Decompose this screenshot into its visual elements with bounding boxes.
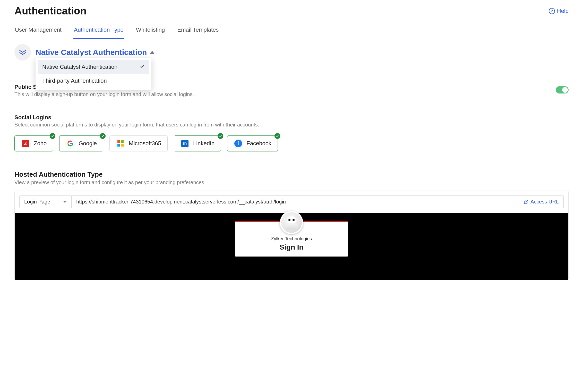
social-providers: Z Zoho Google Mi [14,135,569,151]
login-preview: Zylker Technologies Sign In [15,213,568,280]
help-link[interactable]: ? Help [549,8,569,14]
tabs: User Management Authentication Type Whit… [0,24,583,39]
social-card-linkedin[interactable]: in LinkedIn [174,135,221,151]
social-label: Zoho [34,140,47,147]
zoho-icon: Z [21,139,30,148]
auth-type-dropdown: Native Catalyst Authentication Third-par… [36,58,151,90]
facebook-icon: f [234,139,243,148]
selected-check-icon [218,133,223,139]
social-logins-desc: Select common social platforms to displa… [14,122,569,128]
help-label: Help [557,8,569,14]
avatar [280,211,303,234]
dropdown-item-label: Third-party Authentication [42,78,107,84]
dropdown-item-thirdparty[interactable]: Third-party Authentication [38,74,149,88]
dropdown-item-label: Native Catalyst Authentication [42,64,117,70]
page-title: Authentication [14,5,87,17]
social-label: Facebook [246,140,271,147]
google-icon [66,139,75,148]
toggle-knob [562,87,568,93]
signin-heading: Sign In [243,243,340,251]
login-card: Zylker Technologies Sign In [235,221,348,257]
tab-whitelisting[interactable]: Whitelisting [135,24,165,39]
social-card-zoho[interactable]: Z Zoho [14,135,53,151]
hosted-desc: View a preview of your login form and co… [14,180,569,185]
check-icon [140,64,145,70]
external-link-icon [524,200,528,204]
tab-email-templates[interactable]: Email Templates [177,24,219,39]
social-label: Microsoft365 [129,140,161,147]
selected-check-icon [100,133,106,139]
public-signup-desc: This will display a sign-up button on yo… [14,91,194,97]
dropdown-item-native[interactable]: Native Catalyst Authentication [38,60,149,74]
svg-line-0 [526,200,528,202]
social-card-google[interactable]: Google [59,135,103,151]
selected-check-icon [275,133,280,139]
chevron-up-icon [150,51,155,54]
selected-check-icon [50,133,55,139]
help-icon: ? [549,8,555,14]
access-url-button[interactable]: Access URL [519,195,564,208]
social-label: Google [79,140,97,147]
page-select[interactable]: Login Page [19,195,72,208]
linkedin-icon: in [180,139,190,148]
hosted-title: Hosted Authentication Type [14,171,569,178]
hosted-box: Login Page https://shipmenttracker-74310… [14,191,569,280]
chevron-down-icon [63,201,67,203]
microsoft-icon [116,139,125,148]
social-card-microsoft365[interactable]: Microsoft365 [109,135,168,151]
social-label: LinkedIn [193,140,215,147]
social-logins-title: Social Logins [14,114,569,121]
social-card-facebook[interactable]: f Facebook [227,135,278,151]
auth-type-current: Native Catalyst Authentication [36,48,147,57]
tab-authentication-type[interactable]: Authentication Type [73,24,124,39]
page-select-label: Login Page [24,199,50,205]
public-signup-toggle[interactable] [556,86,569,93]
auth-type-dropdown-trigger[interactable]: Native Catalyst Authentication [36,48,155,57]
company-name: Zylker Technologies [243,236,340,242]
auth-type-icon [14,44,31,61]
tab-user-management[interactable]: User Management [14,24,62,39]
access-url-label: Access URL [530,199,559,205]
hosted-url: https://shipmenttracker-74310654.develop… [72,195,519,208]
